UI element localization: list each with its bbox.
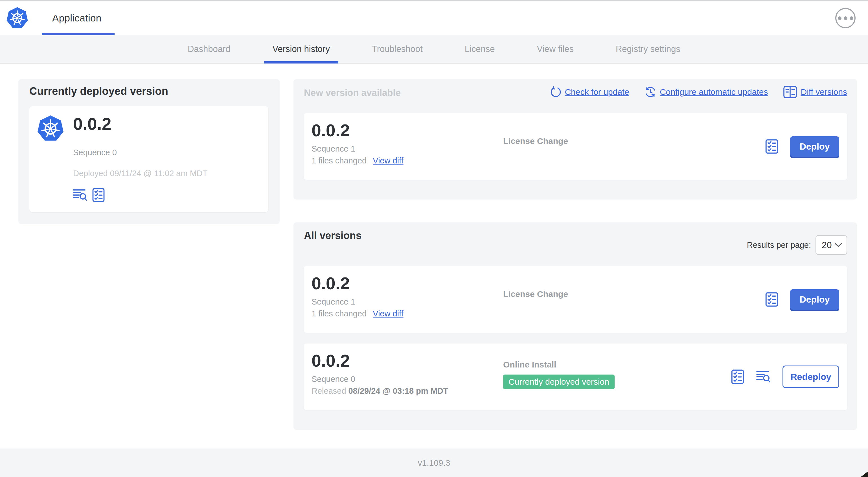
mouse-cursor <box>861 471 868 477</box>
checklist-icon <box>731 369 744 384</box>
files-changed-label: 1 files changed <box>312 309 367 318</box>
currently-deployed-heading: Currently deployed version <box>29 85 168 97</box>
logs-icon <box>756 370 771 383</box>
diff-icon <box>783 86 797 98</box>
current-version-actions <box>72 188 105 202</box>
version-source-label: Online Install <box>503 360 556 369</box>
redeploy-button[interactable]: Redeploy <box>782 365 839 388</box>
application-icon <box>37 115 64 143</box>
version-row-sequence-0: 0.0.2 Sequence 0 Released 08/29/24 @ 03:… <box>304 344 847 410</box>
files-changed-label: 1 files changed <box>312 156 367 165</box>
update-actions: Check for update Configure automatic upd… <box>550 86 847 98</box>
preflight-checks-button[interactable] <box>92 188 105 202</box>
refresh-icon <box>550 86 561 98</box>
tab-dashboard[interactable]: Dashboard <box>188 35 230 63</box>
kubernetes-logo-icon <box>6 7 29 29</box>
app-footer: v1.109.3 <box>0 448 868 477</box>
current-version-number: 0.0.2 <box>73 115 112 133</box>
tab-license[interactable]: License <box>465 35 495 63</box>
all-versions-heading: All versions <box>304 230 362 242</box>
row-version-number: 0.0.2 <box>312 121 404 140</box>
admin-console-window: Application Dashboard Version history Tr… <box>0 0 868 477</box>
current-sequence-label: Sequence 0 <box>73 148 117 157</box>
view-deploy-logs-button[interactable] <box>72 188 87 202</box>
new-version-row: 0.0.2 Sequence 1 1 files changedView dif… <box>304 113 847 180</box>
row-version-number: 0.0.2 <box>312 274 404 293</box>
view-deploy-logs-button[interactable] <box>756 370 771 383</box>
row-sequence-label: Sequence 0 <box>312 375 448 384</box>
checklist-icon <box>92 188 105 202</box>
new-version-heading: New version available <box>304 88 401 98</box>
logs-icon <box>72 188 87 202</box>
version-source-label: License Change <box>503 289 568 299</box>
deployed-timestamp: Deployed 09/11/24 @ 11:02 am MDT <box>73 169 208 178</box>
view-diff-link[interactable]: View diff <box>373 309 404 318</box>
checklist-icon <box>765 139 778 154</box>
app-title: Application <box>52 12 101 24</box>
tab-view-files[interactable]: View files <box>537 35 574 63</box>
row-version-number: 0.0.2 <box>312 351 448 370</box>
version-source-label: License Change <box>503 136 568 146</box>
view-diff-link[interactable]: View diff <box>373 156 404 165</box>
all-versions-card: All versions Results per page: 20 0.0.2 … <box>293 222 857 430</box>
results-per-page-value: 20 <box>822 240 832 250</box>
configure-automatic-updates-link[interactable]: Configure automatic updates <box>645 86 768 98</box>
checklist-icon <box>765 292 778 307</box>
version-row-sequence-1: 0.0.2 Sequence 1 1 files changedView dif… <box>304 266 847 333</box>
row-sequence-label: Sequence 1 <box>312 144 404 153</box>
ellipsis-icon <box>838 17 841 20</box>
app-header: Application <box>0 1 868 35</box>
row-sequence-label: Sequence 1 <box>312 297 404 306</box>
tab-bar: Dashboard Version history Troubleshoot L… <box>0 35 868 63</box>
currently-deployed-badge: Currently deployed version <box>503 375 615 389</box>
released-timestamp: Released 08/29/24 @ 03:18 pm MDT <box>312 386 448 396</box>
more-menu-button[interactable] <box>835 8 856 28</box>
deploy-button[interactable]: Deploy <box>790 136 839 157</box>
current-version-panel: 0.0.2 Sequence 0 Deployed 09/11/24 @ 11:… <box>29 106 268 212</box>
check-for-update-link[interactable]: Check for update <box>550 86 629 98</box>
diff-versions-link[interactable]: Diff versions <box>783 86 847 98</box>
chevron-down-icon <box>835 243 842 247</box>
active-app-underline <box>42 33 115 35</box>
preflight-checks-button[interactable] <box>765 292 778 307</box>
new-version-card: New version available Check for update C… <box>293 79 857 200</box>
preflight-checks-button[interactable] <box>765 139 778 154</box>
currently-deployed-card: Currently deployed version 0.0.2 Sequenc… <box>18 79 280 224</box>
tab-version-history[interactable]: Version history <box>273 35 330 63</box>
tab-registry-settings[interactable]: Registry settings <box>616 35 680 63</box>
console-version-label: v1.109.3 <box>417 458 450 468</box>
preflight-checks-button[interactable] <box>731 369 744 384</box>
results-per-page-label: Results per page: <box>747 240 811 250</box>
deploy-button[interactable]: Deploy <box>790 289 839 309</box>
tab-troubleshoot[interactable]: Troubleshoot <box>372 35 423 63</box>
schedule-refresh-icon <box>645 86 656 98</box>
results-per-page-select[interactable]: 20 <box>815 235 847 255</box>
results-per-page: Results per page: 20 <box>747 235 847 255</box>
